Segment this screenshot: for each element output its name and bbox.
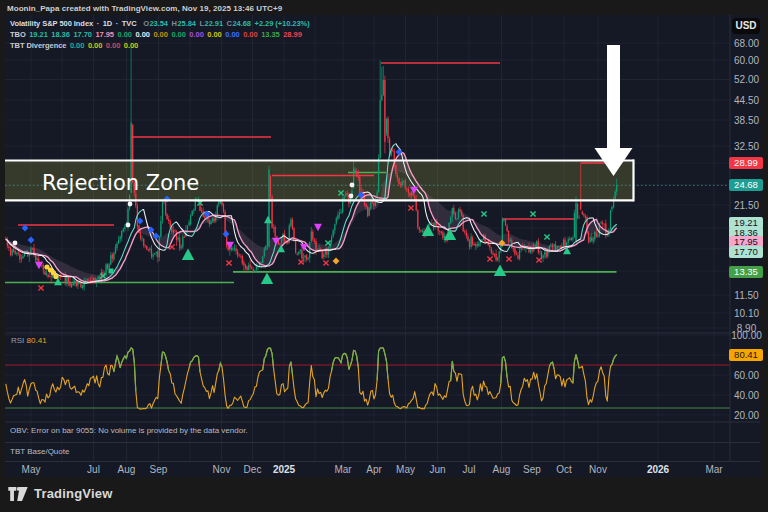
rsi-pane (5, 348, 730, 409)
rejection-zone-label[interactable]: Rejection Zone (42, 171, 199, 195)
rsi-overbought-segment (114, 356, 120, 372)
signal-dot-white (349, 194, 354, 199)
annotation-arrow-down[interactable] (595, 45, 633, 176)
tbt-divergence-value: 0.00 (88, 41, 102, 50)
legend-separator: · (97, 19, 99, 28)
time-tick: Apr (366, 463, 382, 477)
currency-toggle-button[interactable]: USD (732, 18, 760, 34)
signal-dot-white (128, 202, 133, 207)
rsi-tick: 60.00 (730, 370, 763, 381)
tbo-value: 17.70 (73, 30, 92, 39)
rsi-overbought-segment (289, 362, 292, 375)
grid-layer (5, 15, 730, 462)
tbt-divergence-value: 0.00 (124, 41, 138, 50)
signal-triangle-up-large (182, 249, 194, 260)
signal-square-green (109, 269, 114, 274)
price-badge-resistance: 28.99 (729, 157, 763, 169)
price-tick: 21.50 (730, 200, 763, 211)
main-pane (5, 45, 729, 291)
signal-x-red (506, 256, 511, 261)
signal-x-green (530, 211, 535, 216)
signal-x-red (38, 285, 43, 290)
tbo-fast-line (336, 195, 360, 249)
time-tick: May (22, 463, 41, 477)
price-tick: 32.50 (730, 141, 763, 152)
tbt-divergence-legend-row[interactable]: TBT Divergence 0.00 0.00 0.00 0.00 (10, 41, 140, 50)
time-tick: Jul (463, 463, 476, 477)
price-tick: 60.00 (730, 55, 763, 66)
rsi-tick: 100.00 (730, 330, 763, 341)
time-tick: May (396, 463, 415, 477)
time-tick: Oct (556, 463, 572, 477)
rsi-tick: 20.00 (730, 410, 763, 421)
signal-diamond-orange (333, 258, 340, 265)
tbo-value: 0.00 (171, 30, 185, 39)
chart-interval[interactable]: 1D (103, 19, 113, 28)
time-tick: Sep (150, 463, 168, 477)
symbol-legend-row[interactable]: Volatility S&P 500 Index · 1D · TVC O23.… (10, 19, 311, 28)
signal-triangle-up-large (494, 265, 506, 276)
time-tick: Aug (118, 463, 136, 477)
tbo-value: 19.21 (29, 30, 48, 39)
signal-dot-white (13, 241, 18, 246)
exchange-code[interactable]: TVC (122, 19, 137, 28)
legend-separator: · (116, 19, 118, 28)
price-badge-tbo: 17.70 (729, 246, 763, 258)
signal-diamond-blue (28, 237, 35, 244)
signal-x-red (487, 256, 492, 261)
tbo-value: 0.00 (243, 30, 257, 39)
tbo-legend-row[interactable]: TBO 19.21 18.36 17.70 17.95 0.00 0.00 0.… (10, 30, 303, 39)
tbt-divergence-label[interactable]: TBT Divergence (10, 41, 66, 50)
tbt-divergence-value: 0.00 (70, 41, 84, 50)
price-tick: 38.50 (730, 115, 763, 126)
rsi-badge: 80.41 (729, 349, 763, 361)
rsi-overbought-segment (573, 355, 579, 384)
tradingview-logo[interactable]: TradingView (8, 486, 113, 501)
tradingview-snapshot: { "attribution": "Moonin_Papa created wi… (0, 0, 768, 512)
tbo-value: 0.00 (136, 30, 150, 39)
rsi-value: 80.41 (27, 336, 47, 345)
symbol-title[interactable]: Volatility S&P 500 Index (10, 19, 93, 28)
tbo-value: 0.00 (153, 30, 167, 39)
rsi-overbought-segment (451, 361, 454, 381)
tbo-value: 0.00 (118, 30, 132, 39)
time-tick: Nov (589, 463, 607, 477)
time-tick: Aug (493, 463, 511, 477)
tbo-value: 18.36 (51, 30, 70, 39)
obv-error-message: OBV: Error on bar 9055: No volume is pro… (10, 426, 248, 435)
signal-triangle-up-small (264, 216, 272, 223)
time-tick: Mar (705, 463, 722, 477)
tbo-value: 0.00 (207, 30, 221, 39)
time-tick-year: 2025 (273, 463, 295, 477)
tradingview-logo-icon (8, 487, 28, 501)
time-tick: Dec (244, 463, 262, 477)
ohlc-value-close: 24.68 (232, 19, 251, 28)
change-value: +2.29 (+10.23%) (255, 19, 310, 28)
attribution-text: Moonin_Papa created with TradingView.com… (7, 4, 282, 13)
signal-dot-white (126, 223, 131, 228)
signal-x-green (544, 234, 549, 239)
tbt-divergence-value: 0.00 (106, 41, 120, 50)
tbt-pane-title[interactable]: TBT Base/Quote (10, 447, 69, 456)
rsi-line (6, 348, 617, 409)
signal-diamond-blue (223, 231, 230, 238)
chart-canvas[interactable] (5, 15, 761, 477)
tbo-indicator-label[interactable]: TBO (10, 30, 26, 39)
tbo-value: 28.99 (283, 30, 302, 39)
time-tick: Sep (523, 463, 541, 477)
ohlc-key-low: L (199, 19, 204, 28)
signal-x-red (226, 260, 231, 265)
price-tick: 11.50 (730, 290, 763, 301)
rsi-pane-title[interactable]: RSI 80.41 (11, 336, 47, 345)
time-tick: Mar (334, 463, 351, 477)
price-tick: 68.00 (730, 38, 763, 49)
tbo-value: 0.00 (189, 30, 203, 39)
time-tick: Jun (429, 463, 445, 477)
price-badge-last: 24.68 (729, 179, 763, 191)
price-tick: 44.50 (730, 95, 763, 106)
rsi-overbought-segment (120, 348, 136, 391)
tbo-value: 0.00 (225, 30, 239, 39)
tbo-value: 17.95 (95, 30, 114, 39)
time-tick: Nov (213, 463, 231, 477)
signal-x-green (481, 211, 486, 216)
